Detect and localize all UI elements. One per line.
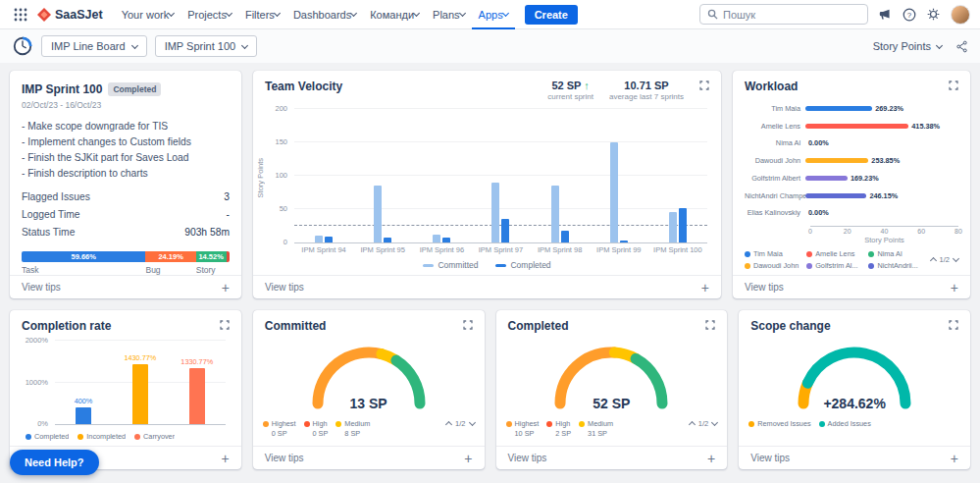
velocity-bar-completed[interactable] — [620, 241, 628, 242]
workload-value: 415.38% — [911, 122, 940, 131]
velocity-bar-committed[interactable] — [551, 186, 559, 242]
expand-icon[interactable] — [220, 320, 230, 330]
chevron-down-icon[interactable] — [350, 10, 357, 17]
add-icon[interactable]: + — [464, 454, 472, 463]
app-switcher-icon[interactable] — [10, 4, 31, 26]
workload-bar[interactable] — [805, 176, 848, 181]
workload-bar[interactable] — [805, 106, 872, 111]
share-icon[interactable] — [955, 40, 968, 53]
legend-item[interactable]: Highest0 SP — [263, 419, 296, 438]
legend-item[interactable]: Tim Maia — [745, 249, 802, 258]
nav-item-dashboards[interactable]: Dashboards — [286, 0, 363, 29]
add-icon[interactable]: + — [701, 283, 709, 293]
velocity-bar-completed[interactable] — [679, 208, 687, 242]
legend-dot — [304, 421, 310, 427]
view-tips-link[interactable]: View tips — [745, 282, 784, 293]
legend-item[interactable]: Added Issues — [819, 419, 871, 428]
legend-item[interactable]: Removed Issues — [748, 419, 810, 428]
metric-select[interactable]: Story Points — [873, 40, 942, 52]
legend-item[interactable]: Medium8 SP — [335, 419, 370, 438]
velocity-bar-committed[interactable] — [315, 236, 323, 242]
settings-gear-icon[interactable] — [927, 8, 940, 21]
expand-icon[interactable] — [463, 320, 473, 330]
chevron-down-icon[interactable] — [413, 10, 420, 17]
legend-item[interactable]: Amelie Lens — [806, 249, 864, 258]
legend-item[interactable]: Incompleted — [77, 432, 126, 441]
chevron-up-icon[interactable] — [445, 421, 452, 428]
velocity-bar-completed[interactable] — [501, 219, 509, 242]
view-tips-link[interactable]: View tips — [265, 453, 304, 463]
legend-item[interactable]: Completed — [495, 260, 550, 270]
chevron-up-icon[interactable] — [930, 257, 937, 264]
assignee-name: Amelie Lens — [745, 122, 805, 131]
view-tips-link[interactable]: View tips — [750, 453, 790, 463]
search-input[interactable] — [723, 9, 860, 21]
nav-item-plans[interactable]: Plans — [426, 0, 472, 29]
velocity-bar-completed[interactable] — [561, 231, 569, 242]
workload-bar[interactable] — [805, 158, 868, 163]
velocity-card-title: Team Velocity — [265, 80, 342, 93]
workload-value: 246.15% — [869, 191, 898, 200]
legend-item[interactable]: Golfstrim Al... — [806, 261, 864, 270]
expand-icon[interactable] — [699, 80, 709, 90]
workload-bar[interactable] — [805, 124, 908, 129]
add-icon[interactable]: + — [707, 454, 715, 463]
brand-logo[interactable]: SaaSJet — [37, 8, 103, 22]
completion-bar[interactable] — [132, 364, 148, 424]
expand-icon[interactable] — [705, 320, 715, 330]
nav-item-filters[interactable]: Filters — [238, 0, 286, 29]
velocity-bar-completed[interactable] — [325, 237, 333, 242]
board-select[interactable]: IMP Line Board — [41, 35, 147, 57]
expand-icon[interactable] — [949, 320, 958, 330]
legend-item[interactable]: Medium31 SP — [579, 419, 613, 438]
announcement-icon[interactable] — [879, 8, 892, 21]
add-icon[interactable]: + — [222, 454, 230, 463]
help-icon[interactable]: ? — [903, 8, 916, 22]
add-icon[interactable]: + — [951, 283, 958, 293]
chevron-down-icon[interactable] — [711, 419, 718, 426]
chevron-down-icon[interactable] — [468, 419, 475, 426]
legend-item[interactable]: Committed — [423, 260, 478, 270]
legend-item[interactable]: Nima Al — [868, 249, 926, 258]
add-icon[interactable]: + — [222, 283, 230, 293]
legend-pagination: 1/2 — [686, 419, 717, 428]
nav-item-your-work[interactable]: Your work — [115, 0, 181, 29]
view-tips-link[interactable]: View tips — [265, 282, 304, 293]
view-tips-link[interactable]: View tips — [22, 282, 61, 293]
chevron-up-icon[interactable] — [689, 421, 696, 428]
sprint-select[interactable]: IMP Sprint 100 — [155, 35, 258, 57]
search-box[interactable] — [699, 4, 868, 25]
add-icon[interactable]: + — [951, 454, 958, 463]
nav-item-apps[interactable]: Apps — [472, 0, 515, 29]
need-help-button[interactable]: Need Help? — [10, 450, 99, 475]
velocity-bar-committed[interactable] — [491, 183, 499, 242]
view-tips-link[interactable]: View tips — [508, 453, 547, 463]
completion-bar[interactable] — [76, 407, 91, 424]
workload-bar[interactable] — [805, 193, 866, 198]
legend-label: Medium — [588, 419, 613, 428]
scope-change-card: Scope change +284.62% Removed IssuesAdde… — [739, 310, 970, 469]
legend-item[interactable]: High2 SP — [546, 419, 571, 438]
nav-item-projects[interactable]: Projects — [181, 0, 238, 29]
expand-icon[interactable] — [949, 80, 958, 90]
legend-item[interactable]: Dawoudi John — [745, 261, 802, 270]
legend-item[interactable]: High0 SP — [304, 419, 329, 438]
chevron-down-icon[interactable] — [953, 255, 959, 262]
completion-bar[interactable] — [189, 368, 205, 424]
velocity-bar-committed[interactable] — [610, 142, 618, 242]
nav-item-команди[interactable]: Команди — [363, 0, 426, 29]
velocity-bar-committed[interactable] — [374, 186, 382, 242]
velocity-bar-completed[interactable] — [384, 238, 391, 242]
user-avatar[interactable] — [951, 5, 970, 25]
velocity-bar-committed[interactable] — [433, 235, 440, 242]
legend-label: High — [313, 419, 328, 428]
y-tick-label: 0% — [37, 419, 48, 428]
legend-item[interactable]: Carryover — [134, 432, 175, 441]
velocity-bar-completed[interactable] — [442, 238, 450, 242]
legend-item[interactable]: Highest10 SP — [506, 419, 540, 438]
create-button[interactable]: Create — [525, 5, 578, 25]
legend-item[interactable]: NichtAndrii... — [868, 261, 926, 270]
velocity-bar-committed[interactable] — [669, 212, 677, 242]
legend-item[interactable]: Completed — [26, 432, 69, 441]
chevron-down-icon[interactable] — [168, 10, 175, 17]
